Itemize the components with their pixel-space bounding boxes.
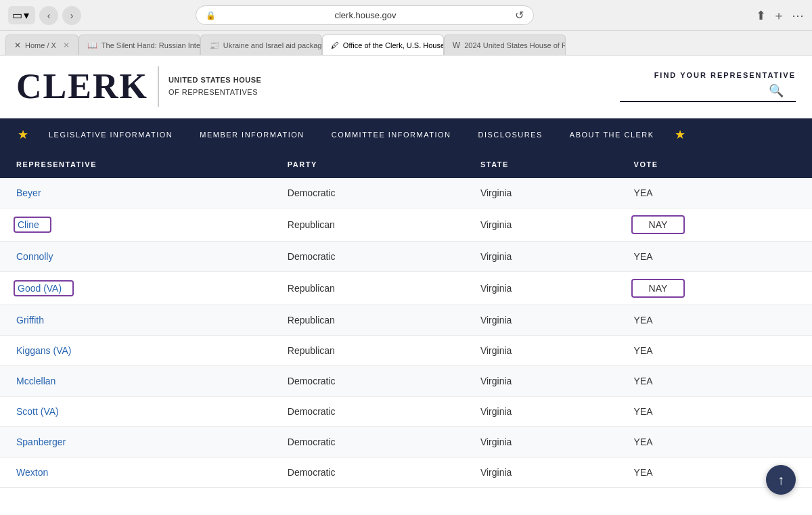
find-rep-input[interactable] (620, 85, 769, 96)
cell-state: Virginia (464, 397, 618, 427)
tab-ukraine[interactable]: 📰 Ukraine and Israel aid package mo... ✕ (200, 35, 322, 55)
cell-representative: Griffith (0, 305, 271, 336)
forward-button[interactable]: › (62, 6, 81, 25)
rep-link[interactable]: Mcclellan (16, 376, 55, 386)
table-body: BeyerDemocraticVirginiaYEAClineRepublica… (0, 178, 812, 488)
cell-party: Democratic (271, 178, 464, 208)
rep-link[interactable]: Connolly (16, 251, 53, 262)
cell-state: Virginia (464, 305, 618, 336)
table-row: Good (VA)RepublicanVirginiaNAY (0, 272, 812, 305)
cell-party: Democratic (271, 242, 464, 272)
cell-party: Republican (271, 305, 464, 336)
tab-silent[interactable]: 📖 The Silent Hand: Russian Intelligen...… (78, 35, 200, 55)
address-text: clerk.house.gov (221, 10, 510, 20)
window-toggle[interactable]: ▭ ▾ (8, 6, 35, 24)
rep-link[interactable]: Beyer (16, 187, 41, 198)
cell-representative: Good (VA) (0, 272, 271, 305)
cell-vote: YEA (618, 366, 812, 397)
logo-line1: UNITED STATES HOUSE (168, 74, 261, 87)
cell-representative: Wexton (0, 457, 271, 488)
rep-link[interactable]: Kiggans (VA) (16, 345, 71, 356)
col-state: STATE (464, 151, 618, 178)
table-row: McclellanDemocraticVirginiaYEA (0, 366, 812, 397)
tab-x-label: Home / X (25, 41, 56, 49)
tab-2024-label: 2024 United States House of Repr... (464, 41, 566, 49)
rep-link[interactable]: Cline (18, 219, 39, 230)
cell-party: Democratic (271, 366, 464, 397)
table-row: SpanbergerDemocraticVirginiaYEA (0, 427, 812, 457)
cell-representative: Cline (0, 208, 271, 242)
cell-vote: YEA (618, 427, 812, 457)
table-row: WextonDemocraticVirginiaYEA (0, 457, 812, 488)
find-representative: FIND YOUR REPRESENTATIVE 🔍 (620, 71, 796, 102)
address-bar[interactable]: 🔒 clerk.house.gov ↺ (196, 5, 534, 25)
rep-link[interactable]: Wexton (16, 467, 48, 478)
tabs-bar: ✕ Home / X ✕ 📖 The Silent Hand: Russian … (0, 31, 812, 55)
sidebar-icon: ▭ (12, 9, 22, 22)
cell-party: Democratic (271, 457, 464, 488)
logo-line2: of REPRESENTATIVES (168, 87, 261, 99)
cell-party: Republican (271, 272, 464, 305)
tab-silent-favicon: 📖 (87, 41, 97, 50)
tab-x[interactable]: ✕ Home / X ✕ (5, 35, 78, 55)
cell-vote: YEA (618, 336, 812, 366)
nav-committee[interactable]: COMMITTEE INFORMATION (318, 118, 465, 151)
logo-clerk[interactable]: CLERK (16, 69, 148, 104)
tab-silent-label: The Silent Hand: Russian Intelligen... (102, 41, 200, 49)
tab-x-close[interactable]: ✕ (63, 41, 70, 50)
find-rep-label: FIND YOUR REPRESENTATIVE (620, 71, 796, 79)
cell-state: Virginia (464, 242, 618, 272)
chevron-down-icon: ▾ (24, 9, 29, 22)
cell-vote: NAY (618, 208, 812, 242)
table-row: BeyerDemocraticVirginiaYEA (0, 178, 812, 208)
cell-state: Virginia (464, 366, 618, 397)
tab-x-favicon: ✕ (14, 41, 21, 50)
cell-party: Republican (271, 336, 464, 366)
rep-link[interactable]: Good (VA) (18, 283, 62, 294)
cell-party: Democratic (271, 397, 464, 427)
cell-state: Virginia (464, 457, 618, 488)
nav-star-right: ★ (668, 127, 692, 142)
cell-representative: Kiggans (VA) (0, 336, 271, 366)
table-row: Kiggans (VA)RepublicanVirginiaYEA (0, 336, 812, 366)
col-vote: VOTE (618, 151, 812, 178)
nav-member[interactable]: MEMBER INFORMATION (186, 118, 318, 151)
cell-representative: Mcclellan (0, 366, 271, 397)
browser-actions: ⬆ ＋ ⋯ (756, 7, 804, 24)
vote-table-container: REPRESENTATIVE PARTY STATE VOTE BeyerDem… (0, 151, 812, 488)
tab-ukraine-label: Ukraine and Israel aid package mo... (223, 41, 322, 49)
extensions-icon[interactable]: ⋯ (792, 8, 804, 23)
tab-2024[interactable]: W 2024 United States House of Repr... ✕ (444, 35, 566, 55)
tab-clerk-label: Office of the Clerk, U.S. House of... (343, 41, 444, 49)
rep-link[interactable]: Spanberger (16, 436, 66, 447)
cell-state: Virginia (464, 178, 618, 208)
table-header: REPRESENTATIVE PARTY STATE VOTE (0, 151, 812, 178)
lock-icon: 🔒 (206, 11, 216, 20)
window-controls: ▭ ▾ ‹ › (8, 6, 81, 25)
rep-link[interactable]: Scott (VA) (16, 406, 59, 417)
rep-link[interactable]: Griffith (16, 315, 44, 326)
table-row: GriffithRepublicanVirginiaYEA (0, 305, 812, 336)
cell-representative: Beyer (0, 178, 271, 208)
cell-representative: Spanberger (0, 427, 271, 457)
tab-clerk[interactable]: 🖊 Office of the Clerk, U.S. House of... … (322, 35, 444, 55)
new-tab-icon[interactable]: ＋ (773, 7, 785, 24)
col-representative: REPRESENTATIVE (0, 151, 271, 178)
cell-state: Virginia (464, 272, 618, 305)
nav-legislative[interactable]: LEGISLATIVE INFORMATION (35, 118, 186, 151)
site-header: CLERK UNITED STATES HOUSE of REPRESENTAT… (0, 55, 812, 118)
table-row: Scott (VA)DemocraticVirginiaYEA (0, 397, 812, 427)
logo-divider (158, 66, 159, 107)
logo-area: CLERK UNITED STATES HOUSE of REPRESENTAT… (16, 66, 261, 107)
search-icon[interactable]: 🔍 (769, 83, 784, 98)
nav-about[interactable]: ABOUT THE CLERK (556, 118, 668, 151)
share-icon[interactable]: ⬆ (756, 8, 766, 23)
browser-chrome: ▭ ▾ ‹ › 🔒 clerk.house.gov ↺ ⬆ ＋ ⋯ (0, 0, 812, 31)
tab-clerk-favicon: 🖊 (331, 41, 339, 50)
reload-button[interactable]: ↺ (515, 9, 524, 22)
col-party: PARTY (271, 151, 464, 178)
nav-disclosures[interactable]: DISCLOSURES (464, 118, 556, 151)
back-button[interactable]: ‹ (39, 6, 58, 25)
table-row: ClineRepublicanVirginiaNAY (0, 208, 812, 242)
cell-vote: YEA (618, 242, 812, 272)
